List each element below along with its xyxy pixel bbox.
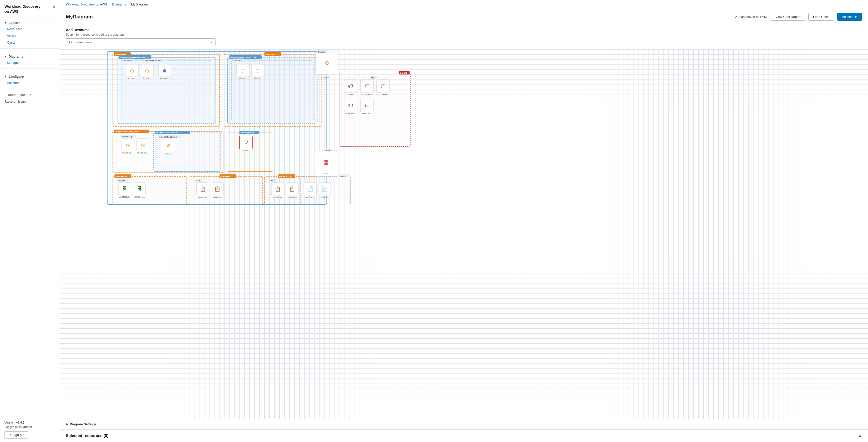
diagram-settings-bar[interactable]: ▶ Diagram Settings [60,419,868,429]
sidebar-section-configure: ▼ Configure [0,71,60,79]
topbar: Workload Discovery on AWS › Diagrams › M… [60,0,868,9]
resource-search-input[interactable] [66,38,216,46]
settings-chevron-icon: ▶ [66,422,68,426]
diagram-header: MyDiagram ✔ Last saved at 17:57 View Cos… [60,9,868,25]
actions-button[interactable]: Actions ▼ [837,13,862,21]
canvas-grid [60,49,868,419]
sidebar-section-explore: ▼ Explore [0,18,60,26]
sidebar-section-configure-label[interactable]: ▼ Configure [4,75,55,78]
sidebar-footer: Version: v2.0.2 Logged in as: admin ↩ Si… [0,417,60,442]
add-resource-desc: Search for a resource to add to the diag… [66,33,862,36]
load-costs-button[interactable]: Load Costs [808,13,834,21]
configure-chevron-icon: ▼ [4,75,7,78]
external-link-icon2: ↗ [27,100,29,103]
sidebar-item-views[interactable]: Views [0,32,60,39]
selected-resources-title: Selected resources (0) [66,434,108,438]
breadcrumb-sep-2: › [128,2,129,6]
selected-resources-chevron[interactable]: ▲ [858,434,862,438]
breadcrumb-current: MyDiagram [131,2,148,6]
sidebar-item-accounts[interactable]: Accounts [0,79,60,86]
sidebar-item-manage[interactable]: Manage [0,59,60,66]
diagram-panel: MyDiagram ✔ Last saved at 17:57 View Cos… [60,9,868,429]
saved-indicator: ✔ Last saved at 17:57 [735,15,768,19]
breadcrumb-diagrams[interactable]: Diagrams [112,2,126,6]
breadcrumb-sep-1: › [109,2,110,6]
main-content: Workload Discovery on AWS › Diagrams › M… [60,0,868,442]
add-resource-section: Add Resource Search for a resource to ad… [60,25,868,49]
diagram-title: MyDiagram [66,14,93,20]
sidebar: Workload Discovery on AWS × ▼ Explore Re… [0,0,60,442]
version-text: Version: v2.0.2 [4,421,55,424]
sidebar-item-costs[interactable]: Costs [0,39,60,46]
resource-search-wrapper: ▼ [66,38,216,46]
add-resource-title: Add Resource [66,28,862,32]
sidebar-header: Workload Discovery on AWS × [0,0,60,18]
selected-resources-bar: Selected resources (0) ▲ [60,429,868,442]
sign-out-icon: ↩ [8,433,11,437]
sign-out-button[interactable]: ↩ Sign out [4,431,28,439]
diagram-canvas[interactable]: eu-west-1a subnet-05e96a37260564e8f Inst… [60,49,868,419]
sidebar-section-diagrams-label[interactable]: ▼ Diagrams [4,55,55,58]
diagrams-chevron-icon: ▼ [4,55,7,58]
breadcrumb-workload[interactable]: Workload Discovery on AWS [66,2,107,6]
sidebar-item-resources[interactable]: Resources [0,26,60,32]
explore-chevron-icon: ▼ [4,22,7,24]
feature-request-link[interactable]: Feature request ↗ [0,92,60,98]
logged-in-text: Logged in as: admin [4,425,55,429]
close-icon[interactable]: × [52,4,55,10]
app-title: Workload Discovery on AWS [4,4,40,14]
diagram-header-right: ✔ Last saved at 17:57 View Cost Report L… [735,13,862,21]
view-cost-report-button[interactable]: View Cost Report [771,13,805,21]
saved-icon: ✔ [735,15,738,19]
sidebar-section-diagrams: ▼ Diagrams [0,51,60,59]
sidebar-section-explore-label[interactable]: ▼ Explore [4,21,55,25]
actions-dropdown-icon: ▼ [854,15,857,19]
content-area: MyDiagram ✔ Last saved at 17:57 View Cos… [60,9,868,442]
external-link-icon: ↗ [29,93,31,96]
raise-issue-link[interactable]: Raise an issue ↗ [0,98,60,105]
